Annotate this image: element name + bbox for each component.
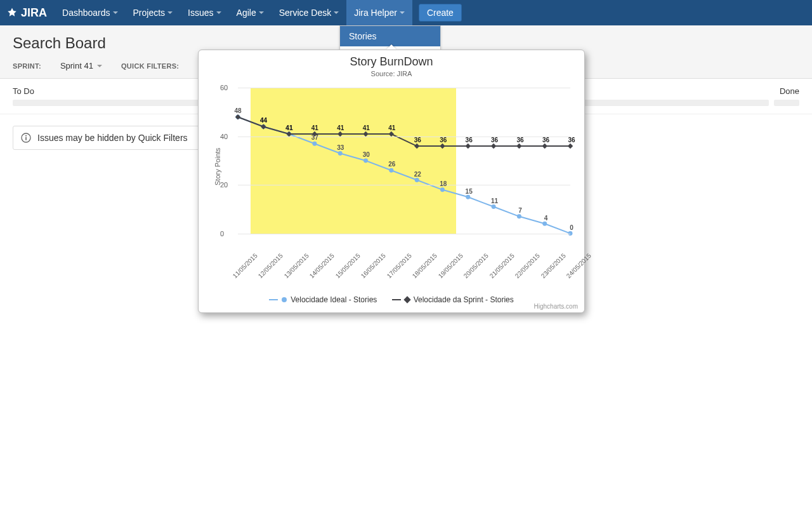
- data-label: 11: [491, 197, 498, 204]
- chart-ylabel: Story Points: [214, 148, 221, 185]
- svg-point-14: [517, 214, 521, 218]
- quick-filter-banner: Issues may be hidden by Quick Filters: [13, 126, 209, 150]
- svg-rect-25: [440, 144, 445, 149]
- svg-point-1: [25, 135, 27, 137]
- column-header: Done: [774, 86, 799, 96]
- nav-jira-helper[interactable]: Jira Helper: [346, 0, 412, 25]
- svg-rect-17: [235, 114, 240, 119]
- sprint-selector[interactable]: Sprint 41: [60, 61, 102, 70]
- svg-point-12: [466, 195, 470, 199]
- nav-label: Jira Helper: [354, 8, 397, 18]
- legend-label: Velocidade Ideal - Stories: [291, 295, 377, 304]
- chevron-down-icon: [167, 11, 173, 14]
- x-tick: 19/05/2015: [436, 252, 464, 279]
- top-nav: JIRA DashboardsProjectsIssuesAgileServic…: [0, 0, 812, 25]
- nav-label: Agile: [237, 8, 256, 18]
- gridline: [238, 234, 570, 234]
- svg-rect-2: [25, 137, 27, 140]
- data-label: 41: [363, 124, 370, 131]
- chevron-down-icon: [400, 11, 405, 14]
- chevron-down-icon: [259, 11, 264, 14]
- data-label: 36: [491, 137, 498, 144]
- y-tick: 40: [220, 133, 228, 140]
- legend-item-sprint[interactable]: Velocidade da Sprint - Stories: [392, 295, 514, 304]
- x-tick: 17/05/2015: [385, 252, 412, 279]
- data-label: 36: [414, 137, 421, 144]
- x-tick: 14/05/2015: [308, 252, 336, 279]
- x-tick: 12/05/2015: [257, 252, 284, 279]
- data-label: 26: [388, 161, 395, 168]
- data-label: 33: [337, 144, 344, 150]
- data-label: 36: [542, 137, 549, 144]
- chart-title: Story BurnDown: [206, 55, 577, 69]
- nav-label: Projects: [133, 8, 166, 18]
- chart-credits[interactable]: Highcharts.com: [534, 303, 578, 310]
- y-tick: 20: [220, 181, 228, 189]
- data-label: 30: [363, 151, 370, 158]
- data-label: 4: [544, 214, 548, 221]
- gridline: [238, 185, 570, 185]
- x-tick: 15/05/2015: [334, 252, 361, 279]
- jira-logo[interactable]: JIRA: [6, 6, 47, 20]
- svg-point-6: [312, 142, 317, 146]
- data-label: 41: [388, 124, 395, 131]
- svg-rect-27: [491, 144, 496, 149]
- data-label: 22: [414, 170, 421, 177]
- gridline: [238, 88, 570, 88]
- svg-rect-29: [542, 144, 547, 149]
- chart-legend: Velocidade Ideal - Stories Velocidade da…: [206, 293, 577, 304]
- x-tick: 22/05/2015: [514, 252, 541, 279]
- nav-service-desk[interactable]: Service Desk: [272, 0, 346, 25]
- data-label: 48: [234, 107, 241, 114]
- data-label: 15: [466, 187, 473, 194]
- data-label: 41: [285, 124, 292, 131]
- legend-diamond-icon: [403, 296, 410, 303]
- legend-line-icon: [392, 299, 401, 300]
- legend-line-icon: [269, 299, 278, 300]
- chevron-down-icon: [334, 11, 339, 14]
- nav-projects[interactable]: Projects: [126, 0, 181, 25]
- nav-label: Service Desk: [279, 8, 331, 18]
- legend-item-ideal[interactable]: Velocidade Ideal - Stories: [269, 295, 377, 304]
- burndown-popup: Story BurnDown Source: JIRA Story Points…: [198, 50, 585, 313]
- x-tick: 18/05/2015: [411, 252, 438, 279]
- legend-dot-icon: [282, 297, 287, 302]
- x-tick: 20/05/2015: [462, 252, 490, 279]
- data-label: 18: [440, 180, 447, 187]
- chevron-down-icon: [97, 65, 102, 67]
- data-label: 44: [260, 117, 267, 124]
- svg-rect-30: [568, 144, 573, 149]
- x-tick: 21/05/2015: [488, 252, 515, 279]
- svg-point-9: [389, 168, 393, 173]
- chevron-down-icon: [216, 11, 221, 14]
- jira-logo-icon: [6, 7, 18, 18]
- svg-point-8: [363, 159, 368, 163]
- chevron-down-icon: [113, 11, 118, 14]
- sprint-value: Sprint 41: [60, 61, 93, 70]
- legend-label: Velocidade da Sprint - Stories: [414, 295, 514, 304]
- chart-plot: Story Points 020406011/05/201512/05/2015…: [206, 81, 577, 265]
- svg-point-15: [542, 222, 547, 226]
- nav-agile[interactable]: Agile: [229, 0, 272, 25]
- nav-dashboards[interactable]: Dashboards: [55, 0, 126, 25]
- quick-filters-label: QUICK FILTERS:: [121, 62, 179, 70]
- nav-label: Issues: [188, 8, 213, 18]
- helper-menu-stories[interactable]: Stories: [340, 26, 440, 46]
- svg-rect-28: [516, 144, 521, 149]
- data-label: 36: [440, 137, 447, 144]
- data-label: 36: [466, 137, 473, 144]
- svg-point-10: [415, 178, 419, 182]
- x-tick: 16/05/2015: [360, 252, 387, 279]
- x-tick: 24/05/2015: [565, 252, 593, 279]
- x-tick: 11/05/2015: [232, 252, 259, 279]
- create-button[interactable]: Create: [419, 4, 462, 22]
- nav-label: Dashboards: [62, 8, 110, 18]
- y-tick: 0: [220, 230, 224, 237]
- svg-rect-26: [466, 144, 471, 149]
- info-icon: [21, 133, 31, 143]
- logo-text: JIRA: [21, 6, 47, 20]
- popup-arrow: [386, 44, 396, 50]
- svg-point-7: [338, 151, 343, 156]
- nav-issues[interactable]: Issues: [180, 0, 228, 25]
- y-tick: 60: [220, 84, 228, 91]
